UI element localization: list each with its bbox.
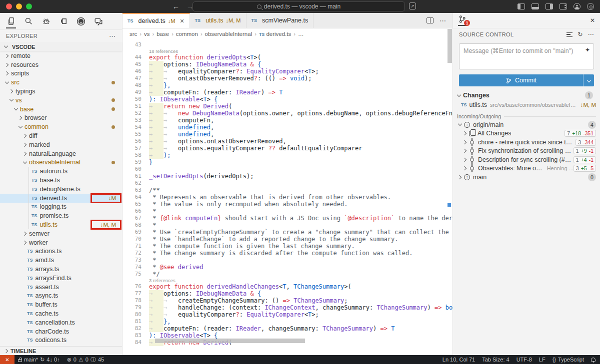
breadcrumb-item-base[interactable]: base (156, 31, 169, 37)
tree-item-worker[interactable]: worker (0, 238, 122, 247)
tree-item-codiconsLibrary-ts[interactable]: TScodiconsLibrary.ts (0, 345, 122, 346)
chat-comments-icon[interactable] (92, 14, 104, 28)
commit-row[interactable]: Fix synchronization of scrolling event .… (453, 147, 600, 156)
problems-status-item[interactable]: ⊗ 0 ⚠ 0 ⓘ 45 (64, 356, 108, 364)
tab-size-item[interactable]: Tab Size: 4 (478, 357, 512, 363)
code-editor[interactable]: 4318 references44export function derived… (122, 39, 452, 355)
breadcrumb-item-vs[interactable]: vs (144, 31, 150, 37)
tree-item-buffer-ts[interactable]: TSbuffer.ts (0, 300, 122, 309)
breadcrumb[interactable]: src›vs›base›common›observableInternal›TS… (122, 28, 452, 39)
editor-more-icon[interactable]: ⋯ (440, 17, 446, 24)
tree-item-actions-ts[interactable]: TSactions.ts (0, 247, 122, 256)
commit-dropdown-button[interactable] (583, 74, 594, 86)
tree-item-base-ts[interactable]: TSbase.ts (0, 176, 122, 185)
commit-row[interactable]: All Changes7+18-351 (453, 129, 600, 138)
tree-item-common[interactable]: common (0, 122, 122, 131)
account-icon[interactable] (574, 3, 580, 10)
breadcrumb-item-observableInternal[interactable]: observableInternal (205, 31, 252, 37)
tree-item-src[interactable]: src (0, 78, 122, 87)
breadcrumb-item-src[interactable]: src (130, 31, 137, 37)
tab-utils-ts[interactable]: TSutils.ts↓M, M (190, 13, 246, 28)
close-panel-icon[interactable]: ✕ (590, 17, 595, 24)
tab-derived-ts[interactable]: TSderived.ts↓M✕ (122, 13, 190, 28)
settings-gear-icon[interactable] (587, 3, 594, 10)
tree-item-debugName-ts[interactable]: TSdebugName.ts (0, 185, 122, 194)
vertical-scrollbar[interactable] (448, 29, 452, 63)
changes-section-header[interactable]: Changes 1 (453, 90, 600, 100)
horizontal-scrollbar[interactable] (155, 339, 305, 343)
remote-indicator[interactable]: ✕ (0, 355, 14, 364)
tree-item-cancellation-ts[interactable]: TScancellation.ts (0, 318, 122, 327)
tree-item-remote[interactable]: remote (0, 51, 122, 60)
encoding-item[interactable]: UTF-8 (513, 357, 536, 363)
search-icon[interactable] (22, 14, 34, 28)
tree-item-base[interactable]: base (0, 105, 122, 114)
scm-more-icon[interactable]: ⋯ (588, 31, 594, 38)
commit-button[interactable]: Commit (459, 74, 594, 86)
breadcrumb-item-derived-ts[interactable]: TSderived.ts (259, 31, 291, 37)
tree-item-charCode-ts[interactable]: TScharCode.ts (0, 327, 122, 336)
tree-item-diff[interactable]: diff (0, 131, 122, 140)
toggle-panel-icon[interactable] (532, 3, 539, 9)
tree-item-amd-ts[interactable]: TSamd.ts (0, 256, 122, 265)
split-editor-icon[interactable] (426, 17, 434, 23)
eol-item[interactable]: LF (536, 357, 549, 363)
tree-item-autorun-ts[interactable]: TSautorun.ts (0, 167, 122, 176)
tree-item-browser[interactable]: browser (0, 114, 122, 123)
tree-item-observableInternal[interactable]: observableInternal (0, 158, 122, 167)
breadcrumb-item--[interactable]: … (298, 31, 304, 37)
close-window-button[interactable] (6, 3, 12, 9)
language-mode-item[interactable]: {} TypeScript (549, 357, 588, 363)
tree-item-assert-ts[interactable]: TSassert.ts (0, 283, 122, 292)
view-mode-icon[interactable] (566, 32, 572, 37)
tree-item-semver[interactable]: semver (0, 229, 122, 238)
tree-item-scripts[interactable]: scripts (0, 69, 122, 78)
explorer-more-icon[interactable]: ⋯ (109, 32, 116, 40)
github-icon[interactable] (75, 14, 87, 28)
tree-item-codicons-ts[interactable]: TScodicons.ts (0, 336, 122, 345)
commit-message-input[interactable]: Message (⌘Enter to commit on "main") ✦ (459, 43, 594, 69)
main-outgoing-group[interactable]: ↑main0 (453, 173, 600, 182)
tree-item-marked[interactable]: marked (0, 140, 122, 149)
toggle-primary-sidebar-icon[interactable] (518, 3, 525, 9)
minimize-window-button[interactable] (16, 3, 22, 9)
tree-item-utils-ts[interactable]: TSutils.ts↓M, M (0, 220, 122, 229)
tree-item-logging-ts[interactable]: TSlogging.ts (0, 203, 122, 212)
toggle-secondary-sidebar-icon[interactable] (546, 3, 553, 9)
changed-file-row[interactable]: TS utils.ts src/vs/base/common/observabl… (453, 100, 600, 109)
cursor-position-item[interactable]: Ln 10, Col 71 (439, 357, 478, 363)
debug-bug-icon[interactable] (40, 14, 52, 28)
workspace-root[interactable]: VSCODE (0, 42, 122, 51)
tree-item-naturalLanguage[interactable]: naturalLanguage (0, 149, 122, 158)
commit-row[interactable]: Observables: More ownersHenning ...3+5-5 (453, 164, 600, 173)
command-center[interactable]: derived.ts — vscode — main (192, 1, 405, 11)
refresh-icon[interactable]: ↻ (578, 31, 582, 38)
codelens-references[interactable]: 3 references (122, 278, 452, 283)
extensions-icon[interactable] (58, 14, 70, 28)
close-tab-icon[interactable]: ✕ (180, 18, 184, 24)
generate-commit-message-icon[interactable]: ✦ (585, 46, 590, 53)
tree-item-promise-ts[interactable]: TSpromise.ts (0, 211, 122, 220)
customize-layout-icon[interactable] (560, 3, 567, 9)
tree-item-arraysFind-ts[interactable]: TSarraysFind.ts (0, 274, 122, 283)
explorer-files-icon[interactable] (5, 14, 17, 28)
timeline-section[interactable]: TIMELINE (0, 346, 122, 355)
tree-item-cache-ts[interactable]: TScache.ts (0, 309, 122, 318)
tree-item-async-ts[interactable]: TSasync.ts (0, 292, 122, 301)
tab-scmViewPane-ts[interactable]: TSscmViewPane.ts (246, 13, 314, 28)
navigate-back-icon[interactable]: ← (172, 2, 180, 10)
commit-row[interactable]: chore - retire quick voice since there .… (453, 138, 600, 147)
tree-item-arrays-ts[interactable]: TSarrays.ts (0, 265, 122, 274)
tree-item-derived-ts[interactable]: TSderived.ts↓M (0, 194, 122, 203)
zoom-window-button[interactable] (26, 3, 32, 9)
codelens-references[interactable]: 18 references (122, 48, 452, 54)
notifications-bell-icon[interactable] (588, 358, 600, 362)
breadcrumb-item-common[interactable]: common (176, 31, 198, 37)
commit-row[interactable]: Description for sync scrolling (#2090...… (453, 155, 600, 164)
branch-status-item[interactable]: main* ↻ 4↓ 0↑ (14, 357, 64, 363)
source-control-tab-icon[interactable]: 1 (458, 15, 466, 26)
tree-item-resources[interactable]: resources (0, 60, 122, 69)
tree-item-typings[interactable]: typings (0, 87, 122, 96)
open-external-icon[interactable]: ↗ (409, 2, 416, 9)
origin-main-group[interactable]: ↓origin/main4 (453, 120, 600, 129)
